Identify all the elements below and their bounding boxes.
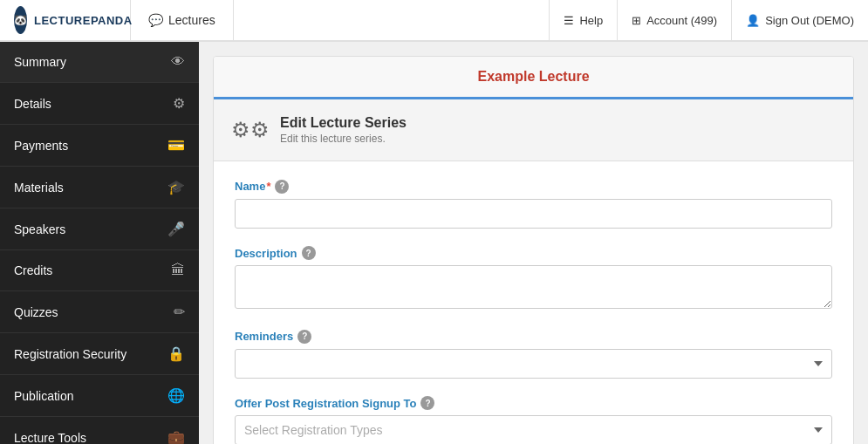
- logo-text: LecturePanda: [34, 14, 133, 27]
- form-body: Name* ? Description ? Reminder: [214, 161, 853, 444]
- edit-subtitle: Edit this lecture series.: [280, 133, 407, 145]
- form-group-reminders: Reminders ?: [235, 329, 832, 379]
- edit-section: ⚙⚙ Edit Lecture Series Edit this lecture…: [214, 99, 853, 161]
- lecture-tools-icon: 💼: [167, 429, 185, 444]
- materials-label: Materials: [14, 181, 64, 195]
- page-title: Example Lecture: [477, 69, 589, 84]
- credits-label: Credits: [14, 263, 52, 277]
- sidebar-item-publication[interactable]: Publication 🌐: [0, 375, 199, 417]
- nav-account[interactable]: Account (499): [617, 0, 731, 40]
- signout-icon: [746, 14, 760, 27]
- help-label: Help: [579, 14, 603, 27]
- nav-signout[interactable]: Sign Out (DEMO): [731, 0, 868, 40]
- nav-help[interactable]: Help: [549, 0, 617, 40]
- credits-icon: 🏛: [171, 263, 185, 278]
- lectures-icon: [148, 13, 163, 27]
- materials-icon: 🎓: [167, 179, 185, 195]
- description-input[interactable]: [235, 265, 832, 309]
- publication-label: Publication: [14, 389, 74, 403]
- edit-title: Edit Lecture Series: [280, 115, 407, 131]
- edit-info: Edit Lecture Series Edit this lecture se…: [280, 115, 407, 145]
- edit-gear-icon: ⚙⚙: [231, 118, 270, 142]
- form-group-description: Description ?: [235, 246, 832, 312]
- sidebar-item-quizzes[interactable]: Quizzes ✏: [0, 291, 199, 333]
- sidebar: Summary 👁 Details ⚙ Payments 💳 Materials…: [0, 42, 199, 444]
- sidebar-item-payments[interactable]: Payments 💳: [0, 125, 199, 167]
- sidebar-item-credits[interactable]: Credits 🏛: [0, 250, 199, 291]
- speakers-icon: 🎤: [167, 221, 185, 237]
- logo-area[interactable]: 🐼 LecturePanda: [0, 0, 131, 40]
- offer-label: Offer Post Registration Signup To ?: [235, 396, 434, 410]
- reminders-select[interactable]: [235, 349, 832, 379]
- name-required: *: [266, 180, 270, 193]
- payments-label: Payments: [14, 139, 68, 153]
- offer-select[interactable]: Select Registration Types: [235, 415, 832, 444]
- sidebar-item-lecture-tools[interactable]: Lecture Tools 💼: [0, 417, 199, 444]
- details-icon: ⚙: [173, 95, 185, 112]
- reg-security-icon: 🔒: [167, 345, 185, 362]
- sidebar-item-materials[interactable]: Materials 🎓: [0, 167, 199, 208]
- reg-security-label: Registration Security: [14, 347, 126, 361]
- details-label: Details: [14, 97, 51, 111]
- top-nav: 🐼 LecturePanda Lectures Help Account (49…: [0, 0, 868, 42]
- sidebar-item-summary[interactable]: Summary 👁: [0, 42, 199, 83]
- form-card-header: Example Lecture: [214, 57, 853, 99]
- summary-icon: 👁: [171, 54, 185, 70]
- reminders-help-icon[interactable]: ?: [297, 330, 311, 344]
- offer-help-icon[interactable]: ?: [420, 396, 434, 410]
- description-label: Description ?: [235, 246, 316, 260]
- account-icon: [632, 14, 641, 27]
- form-group-name: Name* ?: [235, 179, 832, 229]
- form-group-offer: Offer Post Registration Signup To ? Sele…: [235, 396, 832, 445]
- nav-lectures-label: Lectures: [168, 13, 215, 27]
- form-card: Example Lecture ⚙⚙ Edit Lecture Series E…: [213, 56, 854, 444]
- account-label: Account (499): [646, 14, 717, 27]
- nav-right: Help Account (499) Sign Out (DEMO): [549, 0, 868, 40]
- logo-icon: 🐼: [14, 6, 27, 34]
- sidebar-item-registration-security[interactable]: Registration Security 🔒: [0, 333, 199, 375]
- speakers-label: Speakers: [14, 222, 65, 236]
- quizzes-label: Quizzes: [14, 305, 58, 319]
- main-layout: Summary 👁 Details ⚙ Payments 💳 Materials…: [0, 42, 868, 444]
- publication-icon: 🌐: [167, 387, 185, 404]
- sidebar-item-speakers[interactable]: Speakers 🎤: [0, 208, 199, 250]
- nav-lectures[interactable]: Lectures: [131, 0, 234, 40]
- reminders-label: Reminders ?: [235, 330, 311, 344]
- description-help-icon[interactable]: ?: [302, 246, 316, 260]
- content-area: Example Lecture ⚙⚙ Edit Lecture Series E…: [199, 42, 868, 444]
- name-help-icon[interactable]: ?: [275, 180, 289, 194]
- help-icon: [564, 14, 574, 27]
- lecture-tools-label: Lecture Tools: [14, 431, 86, 445]
- name-input[interactable]: [235, 199, 832, 229]
- signout-label: Sign Out (DEMO): [765, 14, 854, 27]
- quizzes-icon: ✏: [174, 304, 185, 320]
- summary-label: Summary: [14, 55, 66, 69]
- payments-icon: 💳: [167, 137, 185, 154]
- sidebar-item-details[interactable]: Details ⚙: [0, 83, 199, 125]
- name-label: Name* ?: [235, 180, 289, 194]
